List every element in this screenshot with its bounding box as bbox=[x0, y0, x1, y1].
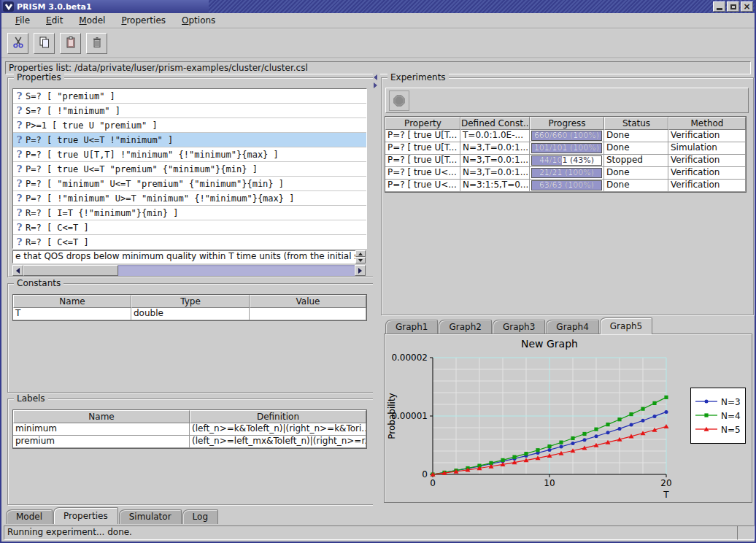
collapse-right-icon[interactable] bbox=[374, 82, 377, 88]
experiment-status-cell[interactable]: Done bbox=[604, 142, 668, 155]
experiments-column-header[interactable]: Progress bbox=[530, 117, 604, 130]
labels-column-header[interactable]: Name bbox=[13, 410, 190, 423]
experiment-method-cell[interactable]: Simulation bbox=[668, 142, 746, 155]
cut-button[interactable] bbox=[7, 33, 28, 54]
labels-column-header[interactable]: Definition bbox=[190, 410, 366, 423]
split-divider[interactable] bbox=[373, 73, 380, 507]
experiment-status-cell[interactable]: Done bbox=[604, 130, 668, 142]
constants-cell[interactable]: double bbox=[131, 308, 250, 320]
property-row[interactable]: ?R=? [ C<=T ] bbox=[13, 235, 366, 249]
labels-cell[interactable]: minimum bbox=[13, 423, 190, 436]
experiment-progress-cell[interactable]: 21/21 (100%)21/21 (100%) bbox=[530, 167, 604, 180]
main-tab-model[interactable]: Model bbox=[6, 509, 53, 524]
spinner-down-button[interactable] bbox=[355, 257, 366, 263]
properties-list[interactable]: ?S=? [ "premium" ]?S=? [ !"minimum" ]?P>… bbox=[12, 88, 367, 249]
experiment-status-cell[interactable]: Done bbox=[604, 167, 668, 180]
experiments-groupbox-title: Experiments bbox=[387, 72, 449, 82]
graph-tab-graph5[interactable]: Graph5 bbox=[600, 317, 652, 334]
stop-experiment-button[interactable] bbox=[389, 90, 409, 111]
property-row[interactable]: ?P=? [ "minimum" U<=T "premium" {"minimu… bbox=[13, 177, 366, 191]
spinner-up-button[interactable] bbox=[355, 250, 366, 257]
paste-button[interactable] bbox=[60, 33, 81, 54]
experiment-property-cell[interactable]: P=? [ true U<... bbox=[385, 167, 460, 180]
experiment-property-cell[interactable]: P=? [ true U[T... bbox=[385, 130, 460, 142]
experiments-column-header[interactable]: Status bbox=[604, 117, 668, 130]
experiment-property-cell[interactable]: P=? [ true U[T... bbox=[385, 155, 460, 167]
constants-row[interactable]: Tdouble bbox=[13, 308, 366, 320]
experiments-column-header[interactable]: Property bbox=[385, 117, 460, 130]
main-tab-simulator[interactable]: Simulator bbox=[119, 509, 182, 524]
labels-cell[interactable]: premium bbox=[13, 436, 190, 448]
constants-column-header[interactable]: Type bbox=[131, 295, 250, 308]
property-row[interactable]: ?P=? [ true U<=T !"minimum" ] bbox=[13, 133, 366, 147]
constants-column-header[interactable]: Name bbox=[13, 295, 131, 308]
graph-tab-graph4[interactable]: Graph4 bbox=[546, 320, 598, 334]
question-icon: ? bbox=[13, 178, 26, 189]
menu-options[interactable]: Options bbox=[174, 14, 223, 27]
window-controls: × bbox=[713, 1, 755, 12]
maximize-button[interactable] bbox=[727, 1, 739, 12]
minimize-button[interactable] bbox=[713, 1, 725, 12]
main-tab-properties[interactable]: Properties bbox=[53, 507, 118, 524]
labels-cell[interactable]: (left_n>=left_mx&Toleft_n)|(right_n>=r..… bbox=[190, 436, 366, 448]
scroll-left-button[interactable] bbox=[12, 265, 23, 276]
experiment-status-cell[interactable]: Done bbox=[604, 180, 668, 192]
experiment-progress-cell[interactable]: 660/660 (100%)660/660 (100%) bbox=[530, 130, 604, 142]
experiment-constants-cell[interactable]: T=0.0:1.0E-... bbox=[460, 130, 530, 142]
labels-row[interactable]: minimum(left_n>=k&Toleft_n)|(right_n>=k&… bbox=[13, 423, 366, 436]
experiment-constants-cell[interactable]: N=3,T=0.0:1... bbox=[460, 155, 530, 167]
experiment-progress-cell[interactable]: 63/63 (100%)63/63 (100%) bbox=[530, 180, 604, 192]
experiment-row[interactable]: P=? [ true U[T...T=0.0:1.0E-...660/660 (… bbox=[385, 130, 746, 142]
delete-button[interactable] bbox=[86, 33, 107, 54]
property-comment-field[interactable]: e that QOS drops below minimum quality w… bbox=[12, 250, 358, 263]
experiment-method-cell[interactable]: Verification bbox=[668, 167, 746, 180]
property-row[interactable]: ?R=? [ C<=T ] bbox=[13, 220, 366, 235]
constants-cell[interactable]: T bbox=[13, 308, 131, 320]
property-row[interactable]: ?P>=1 [ true U "premium" ] bbox=[13, 118, 366, 133]
property-row[interactable]: ?P=? [ true U[T,T] !"minimum" {!"minimum… bbox=[13, 147, 366, 162]
property-row[interactable]: ?P=? [ !"minimum" U>=T "minimum" {!"mini… bbox=[13, 191, 366, 206]
experiment-constants-cell[interactable]: N=3,T=0.0:1... bbox=[460, 167, 530, 180]
graph-tab-graph2[interactable]: Graph2 bbox=[439, 320, 491, 334]
experiment-row[interactable]: P=? [ true U<...N=3:1:5,T=0...63/63 (100… bbox=[385, 180, 746, 192]
menu-edit[interactable]: Edit bbox=[38, 14, 71, 27]
experiments-column-header[interactable]: Defined Const... bbox=[460, 117, 530, 130]
experiment-constants-cell[interactable]: N=3:1:5,T=0... bbox=[460, 180, 530, 192]
scroll-thumb[interactable] bbox=[23, 265, 118, 276]
experiment-constants-cell[interactable]: N=3,T=0.0:1... bbox=[460, 142, 530, 155]
property-row[interactable]: ?P=? [ true U<=T "premium" {"minimum"}{m… bbox=[13, 162, 366, 177]
experiment-property-cell[interactable]: P=? [ true U<... bbox=[385, 180, 460, 192]
experiment-method-cell[interactable]: Verification bbox=[668, 155, 746, 167]
question-icon: ? bbox=[13, 193, 26, 204]
scroll-right-button[interactable] bbox=[355, 265, 366, 276]
experiment-row[interactable]: P=? [ true U<...N=3,T=0.0:1...21/21 (100… bbox=[385, 167, 746, 180]
property-row[interactable]: ?S=? [ !"minimum" ] bbox=[13, 104, 366, 118]
copy-button[interactable] bbox=[34, 33, 55, 54]
menu-file[interactable]: File bbox=[7, 14, 38, 27]
titlebar[interactable]: PRISM 3.0.beta1 × bbox=[1, 0, 755, 13]
property-row[interactable]: ?S=? [ "premium" ] bbox=[13, 89, 366, 104]
labels-row[interactable]: premium(left_n>=left_mx&Toleft_n)|(right… bbox=[13, 436, 366, 448]
main-tab-log[interactable]: Log bbox=[182, 509, 218, 524]
experiments-column-header[interactable]: Method bbox=[668, 117, 746, 130]
experiment-method-cell[interactable]: Verification bbox=[668, 180, 746, 192]
collapse-left-icon[interactable] bbox=[374, 74, 377, 80]
experiment-progress-cell[interactable]: 101/101 (100%)101/101 (100%) bbox=[530, 142, 604, 155]
constants-cell[interactable] bbox=[250, 308, 366, 320]
graph-tab-graph1[interactable]: Graph1 bbox=[385, 320, 438, 334]
experiment-progress-cell[interactable]: 44/101 (43%)44/101 (43%) bbox=[530, 155, 604, 167]
labels-cell[interactable]: (left_n>=k&Toleft_n)|(right_n>=k&Tori... bbox=[190, 423, 366, 436]
property-row[interactable]: ?R=? [ I=T {!"minimum"}{min} ] bbox=[13, 206, 366, 220]
experiment-method-cell[interactable]: Verification bbox=[668, 130, 746, 142]
experiment-row[interactable]: P=? [ true U[T...N=3,T=0.0:1...44/101 (4… bbox=[385, 155, 746, 167]
scroll-track[interactable] bbox=[118, 265, 355, 276]
graph-tab-graph3[interactable]: Graph3 bbox=[493, 320, 545, 334]
experiment-property-cell[interactable]: P=? [ true U[T... bbox=[385, 142, 460, 155]
window-menu-icon[interactable] bbox=[3, 1, 14, 12]
experiment-status-cell[interactable]: Stopped bbox=[604, 155, 668, 167]
close-button[interactable]: × bbox=[741, 1, 753, 12]
menu-model[interactable]: Model bbox=[71, 14, 113, 27]
menu-properties[interactable]: Properties bbox=[113, 14, 174, 27]
experiment-row[interactable]: P=? [ true U[T...N=3,T=0.0:1...101/101 (… bbox=[385, 142, 746, 155]
constants-column-header[interactable]: Value bbox=[250, 295, 366, 308]
